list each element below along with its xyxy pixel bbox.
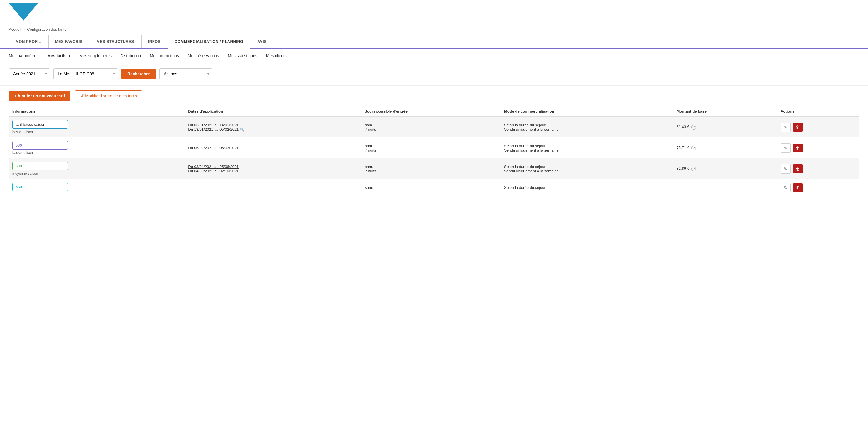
sub-tab-parametres[interactable]: Mes paramètres (9, 53, 38, 62)
tarif-name-box: 530 (12, 141, 68, 149)
tarif-mode-cell: Selon la durée du séjourVendu uniquement… (501, 137, 673, 158)
tarif-jours: sam. (365, 185, 497, 190)
edit-button[interactable]: ✎ (780, 123, 790, 132)
tarif-nuits: 7 nuits (365, 148, 497, 153)
tarif-season-label: moyenne saison (12, 171, 181, 176)
table-row: 530basse saisonDu 06/02/2021 au 05/03/20… (9, 137, 859, 158)
edit-button[interactable]: ✎ (780, 183, 790, 192)
tarif-mode1: Selon la durée du séjour (504, 144, 669, 148)
tarif-jours-cell: sam.7 nuits (362, 137, 501, 158)
delete-button[interactable]: 🗑 (793, 144, 803, 153)
info-icon[interactable]: ? (691, 125, 696, 130)
sub-tab-promotions[interactable]: Mes promotions (150, 53, 179, 62)
tarif-jours: sam. (365, 144, 497, 148)
logo-icon (9, 3, 38, 21)
tarif-mode1: Selon la durée du séjour (504, 164, 669, 169)
sub-tab-supplements[interactable]: Mes suppléments (79, 53, 112, 62)
tarif-mode2: Vendu uniquement à la semaine (504, 148, 669, 153)
sub-tab-clients[interactable]: Mes clients (266, 53, 287, 62)
year-select[interactable]: Année 2021 Année 2020 Année 2022 (9, 68, 50, 79)
tarif-montant-cell: 82,86 € ? (673, 158, 777, 179)
tarif-nuits: 7 nuits (365, 169, 497, 173)
tarif-dates-cell: Du 03/04/2021 au 25/06/2021Du 04/09/2021… (185, 158, 361, 179)
tarif-mode2: Vendu uniquement à la semaine (504, 127, 669, 132)
delete-button[interactable]: 🗑 (793, 164, 803, 173)
tarif-montant: 61,43 € ? (676, 125, 696, 129)
table-row: 630sam.Selon la durée du séjour ✎ 🗑 (9, 179, 859, 196)
structure-filter-wrapper: La Mer - HLOPIC08 ▾ (53, 68, 118, 79)
tarif-date-link[interactable]: Du 03/01/2021 au 14/01/2021 (188, 123, 358, 127)
action-buttons: ✎ 🗑 (780, 143, 856, 153)
tarif-actions-cell: ✎ 🗑 (777, 117, 859, 138)
edit-button[interactable]: ✎ (780, 164, 790, 173)
tab-avis[interactable]: AVIS (251, 35, 273, 48)
sub-tab-distribution[interactable]: Distribution (120, 53, 141, 62)
actions-bar: + Ajouter un nouveau tarif ↺ Modifier l'… (0, 86, 868, 106)
tarif-actions-cell: ✎ 🗑 (777, 179, 859, 196)
tarif-info-cell: 530basse saison (9, 137, 185, 158)
tarif-mode-cell: Selon la durée du séjourVendu uniquement… (501, 158, 673, 179)
breadcrumb: Accueil › Configuration des tarifs (0, 24, 868, 35)
action-buttons: ✎ 🗑 (780, 183, 856, 192)
tarif-season-label: basse saison (12, 130, 181, 134)
tab-commercialisation[interactable]: COMMERCIALISATION / PLANNING (168, 35, 250, 49)
tarif-dates-cell: Du 06/02/2021 au 05/03/2021 (185, 137, 361, 158)
tarif-jours-cell: sam. (362, 179, 501, 196)
tarif-table-wrapper: Informations Dates d'application Jours p… (0, 106, 868, 196)
logo-area (0, 0, 868, 24)
actions-filter-wrapper: Actions ▾ (159, 68, 212, 79)
tab-infos[interactable]: INFOS (142, 35, 167, 48)
sub-tab-reservations[interactable]: Mes réservations (188, 53, 219, 62)
breadcrumb-home[interactable]: Accueil (9, 27, 21, 32)
col-header-actions: Actions (777, 106, 859, 117)
breadcrumb-current: Configuration des tarifs (27, 27, 66, 32)
col-header-informations: Informations (9, 106, 185, 117)
delete-button[interactable]: 🗑 (793, 183, 803, 192)
search-button[interactable]: Rechercher (122, 69, 156, 79)
tarif-season-label: basse saison (12, 151, 181, 155)
tarif-info-cell: 580moyenne saison (9, 158, 185, 179)
table-row: tarif basse saisonbasse saisonDu 03/01/2… (9, 117, 859, 138)
tarif-date-link[interactable]: Du 06/02/2021 au 05/03/2021 (188, 146, 358, 150)
sub-tabs: Mes paramètres Mes tarifs ▾ Mes suppléme… (0, 49, 868, 62)
tarif-nuits: 7 nuits (365, 127, 497, 132)
tarif-montant: 82,86 € ? (676, 166, 696, 171)
info-icon[interactable]: ? (691, 167, 696, 171)
tarif-mode-cell: Selon la durée du séjour (501, 179, 673, 196)
tarif-mode2: Vendu uniquement à la semaine (504, 169, 669, 173)
structure-select[interactable]: La Mer - HLOPIC08 (53, 68, 118, 79)
delete-button[interactable]: 🗑 (793, 123, 803, 132)
filter-bar: Année 2021 Année 2020 Année 2022 ▾ La Me… (0, 62, 868, 86)
add-tarif-button[interactable]: + Ajouter un nouveau tarif (9, 91, 70, 101)
tarif-table: Informations Dates d'application Jours p… (9, 106, 859, 196)
tarif-mode-cell: Selon la durée du séjourVendu uniquement… (501, 117, 673, 138)
tarif-jours: sam. (365, 164, 497, 169)
tarif-name-box: tarif basse saison (12, 120, 68, 129)
tarif-dates-cell: Du 03/01/2021 au 14/01/2021Du 18/01/2021… (185, 117, 361, 138)
tarif-name-box: 630 (12, 182, 68, 191)
tarif-montant: 75,71 € ? (676, 145, 696, 150)
col-header-montant: Montant de base (673, 106, 777, 117)
tarif-montant-cell: 75,71 € ? (673, 137, 777, 158)
tarif-jours-cell: sam.7 nuits (362, 117, 501, 138)
tab-mes-structures[interactable]: MES STRUCTURES (90, 35, 141, 48)
reorder-tarif-button[interactable]: ↺ Modifier l'ordre de mes tarifs (75, 90, 142, 101)
sub-tab-tarifs[interactable]: Mes tarifs ▾ (47, 53, 70, 62)
tab-mes-favoris[interactable]: MES FAVORIS (49, 35, 89, 48)
col-header-dates: Dates d'application (185, 106, 361, 117)
sub-tab-statistiques[interactable]: Mes statistiques (228, 53, 257, 62)
tarif-date-link[interactable]: Du 03/04/2021 au 25/06/2021 (188, 164, 358, 169)
action-buttons: ✎ 🗑 (780, 123, 856, 132)
tab-mon-profil[interactable]: MON PROFIL (9, 35, 48, 48)
info-icon[interactable]: ? (691, 146, 696, 151)
chevron-down-icon: ▾ (69, 54, 70, 58)
action-buttons: ✎ 🗑 (780, 164, 856, 173)
tarif-jours: sam. (365, 123, 497, 127)
tarif-date-link[interactable]: Du 18/01/2021 au 05/02/2021 🔍 (188, 127, 358, 132)
tarif-date-link[interactable]: Du 04/09/2021 au 02/10/2021 (188, 169, 358, 173)
tarif-dates-cell (185, 179, 361, 196)
tarif-montant-cell: 61,43 € ? (673, 117, 777, 138)
actions-select[interactable]: Actions (159, 68, 212, 79)
main-tabs: MON PROFIL MES FAVORIS MES STRUCTURES IN… (0, 35, 868, 49)
edit-button[interactable]: ✎ (780, 143, 790, 153)
